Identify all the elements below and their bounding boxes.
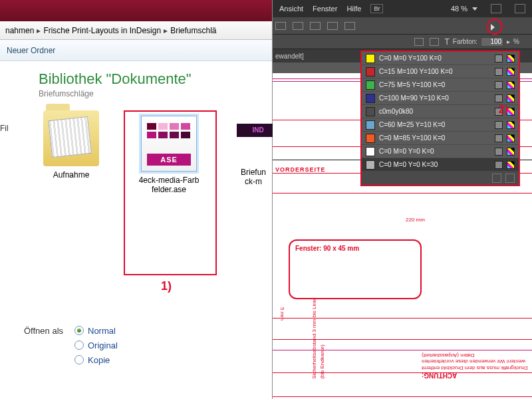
fill-swatch-icon[interactable] [414,38,424,46]
file-list: Fil Aufnahme ASE 4eck-media-Farb felder.… [0,102,272,275]
guide-line[interactable] [273,193,532,194]
library-subtitle: Briefumschläge [39,89,272,98]
swatch-item[interactable]: c0m0y0k80 [362,105,519,118]
indesign-menubar: Ansicht Fenster Hilfe Br 48 % [273,0,532,17]
color-mode-icon [507,68,515,76]
swatch-item[interactable]: C=0 M=0 Y=0 K=0 [362,145,519,158]
text-icon[interactable]: T [445,37,450,47]
swatch-chip [366,80,375,90]
screen-mode-icon[interactable] [515,4,525,13]
swatch-chip [366,54,375,63]
color-type-icon [495,121,503,129]
new-folder-button[interactable]: Neuer Ordner [7,46,55,55]
swatch-item[interactable]: C=100 M=90 Y=10 K=0 [362,92,519,105]
windows-explorer: nahmen ▸ Frische Print-Layouts in InDesi… [0,0,273,399]
swatch-chip [366,147,375,156]
ase-badge: ASE [147,154,191,166]
swatch-chip [366,134,375,143]
chevron-down-icon [472,7,477,11]
new-swatch-icon[interactable] [492,174,501,183]
color-mode-icon [507,55,515,63]
front-label: VORDERSEITE [275,166,326,173]
file-label: Aufnahme [39,170,104,180]
swatch-item[interactable]: C=15 M=100 Y=100 K=0 [362,65,519,78]
swatch-name: C=0 M=0 Y=0 K=30 [379,161,491,168]
swatch-item[interactable]: C=60 M=25 Y=10 K=0 [362,118,519,132]
color-mode-icon [507,94,515,102]
color-type-icon [495,134,503,142]
swatch-footer [362,172,519,185]
file-label: felder.ase [129,185,209,194]
swatch-name: C=75 M=5 Y=100 K=0 [379,81,491,88]
radio-original[interactable] [74,340,84,350]
annotation-box-1: ASE 4eck-media-Farb felder.ase [124,110,217,275]
library-title: Bibliothek "Dokumente" [39,70,272,88]
farbton-label: Farbton: [453,38,477,45]
tool-icon[interactable] [293,22,303,30]
swatch-name: C=0 M=85 Y=100 K=0 [379,134,491,142]
sidebar-item[interactable]: Fil [0,124,9,133]
bridge-icon[interactable]: Br [370,4,383,13]
file-item[interactable]: IND Briefun ck-m [237,110,270,275]
swatch-chip [366,94,375,103]
fenster-caption: Fenster: 90 x 45 mm [295,245,359,252]
panel-menu-icon[interactable] [491,24,497,31]
radio-label[interactable]: Normal [88,326,116,336]
window-placeholder[interactable]: Fenster: 90 x 45 mm [289,239,422,299]
swatch-item[interactable]: C=0 M=85 Y=100 K=0 [362,132,519,145]
swatch-item[interactable]: C=0 M=0 Y=100 K=0 [362,52,519,65]
color-mode-icon [507,134,515,142]
tool-icon[interactable] [275,22,286,30]
breadcrumb-seg[interactable]: nahmen [5,26,34,35]
swatch-item[interactable]: C=0 M=0 Y=0 K=30 [362,158,519,172]
dimension-label: 220 mm [406,217,425,223]
swatch-item[interactable]: C=75 M=5 Y=100 K=0 [362,78,519,92]
window-titlebar[interactable] [0,0,272,21]
radio-label[interactable]: Original [88,340,118,350]
radio-normal[interactable] [74,326,84,335]
swatch-name: c0m0y0k80 [379,108,491,115]
ase-file-item[interactable]: ASE 4eck-media-Farb felder.ase [129,116,209,194]
menu-fenster[interactable]: Fenster [313,5,337,13]
swatch-header: T Farbton: ▸ % [273,35,532,49]
color-type-icon [495,94,503,102]
radio-kopie[interactable] [74,355,84,364]
breadcrumb-seg[interactable]: Briefumschlä [170,26,216,35]
stroke-swatch-icon[interactable] [430,38,439,46]
swatch-chip [366,67,375,76]
folder-item[interactable]: Aufnahme [39,110,104,275]
swatch-chip [366,120,375,130]
breadcrumb[interactable]: nahmen ▸ Frische Print-Layouts in InDesi… [0,21,272,40]
chevron-right-icon: ▸ [37,26,41,35]
menu-ansicht[interactable]: Ansicht [279,5,303,13]
swatch-name: C=0 M=0 Y=100 K=0 [379,55,491,62]
swatch-name: C=0 M=0 Y=0 K=0 [379,148,491,155]
color-type-icon [495,68,503,76]
tool-icon[interactable] [310,22,321,30]
chevron-right-icon[interactable]: ▸ [507,38,510,45]
breadcrumb-seg[interactable]: Frische Print-Layouts in InDesign [43,26,161,35]
annotation-2: 2) [499,104,508,116]
swatch-name: C=15 M=100 Y=100 K=0 [379,68,491,75]
layout-icon[interactable] [491,4,501,13]
indesign-icon: IND [237,124,277,137]
tool-icon[interactable] [344,22,355,30]
color-type-icon [495,55,503,63]
explorer-toolbar: Neuer Ordner [0,40,272,61]
radio-label[interactable]: Kopie [88,355,110,365]
guide-line[interactable] [273,396,532,397]
tool-icon[interactable] [327,22,338,30]
folder-icon [43,110,99,166]
menu-hilfe[interactable]: Hilfe [346,5,361,13]
color-mode-icon [507,121,515,129]
file-label: ck-m [237,177,270,186]
farbton-input[interactable] [481,37,503,47]
annotation-1: 1) [120,279,213,293]
delete-swatch-icon[interactable] [505,174,515,183]
file-label: 4eck-media-Farb [129,176,209,185]
open-as-group: Öffnen als Normal Original Kopie [24,323,118,367]
chevron-right-icon: ▸ [164,26,168,35]
zoom-dropdown[interactable]: 48 % [451,5,477,13]
margin-label: (bis Endkante) [319,344,325,379]
margin-label: Sicherheitsabstand 3 mm bis Linie [311,298,317,379]
